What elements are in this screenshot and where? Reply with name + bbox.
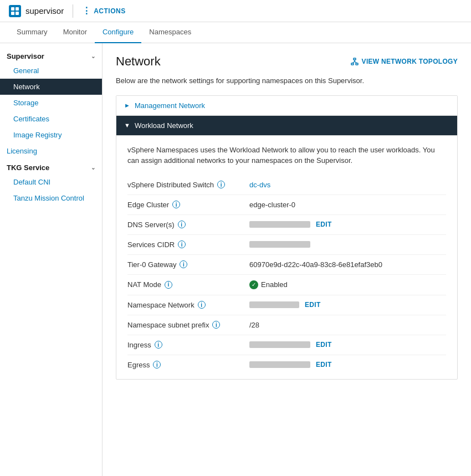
field-row-edge-cluster: Edge Cluster i edge-cluster-0 — [127, 195, 446, 215]
svg-rect-3 — [16, 12, 19, 15]
sidebar-item-storage[interactable]: Storage — [0, 95, 102, 111]
field-label-subnet-prefix: Namespace subnet prefix i — [127, 321, 249, 329]
info-icon-namespace-network[interactable]: i — [198, 301, 206, 309]
logo-svg — [11, 7, 19, 16]
top-bar: supervisor ⋮ ACTIONS — [0, 0, 471, 22]
namespace-network-redacted — [249, 301, 299, 308]
chevron-down-icon-workload: ▼ — [124, 122, 130, 129]
sidebar-item-tanzu-mc[interactable]: Tanzu Mission Control — [0, 190, 102, 206]
field-label-nat-mode: NAT Mode i — [127, 280, 249, 289]
sidebar-item-network[interactable]: Network — [0, 79, 102, 95]
tab-monitor[interactable]: Monitor — [55, 22, 95, 43]
field-label-egress: Egress i — [127, 361, 249, 369]
info-icon-nat-mode[interactable]: i — [165, 281, 172, 289]
info-icon-subnet-prefix[interactable]: i — [212, 321, 220, 329]
sidebar-item-general[interactable]: General — [0, 63, 102, 79]
sidebar-section-supervisor[interactable]: Supervisor ⌄ — [0, 48, 102, 63]
chevron-down-icon-tkg: ⌄ — [91, 165, 95, 171]
svg-rect-0 — [11, 7, 14, 11]
svg-rect-6 — [356, 63, 358, 65]
page-title: Network — [116, 54, 161, 69]
info-icon-edge-cluster[interactable]: i — [172, 201, 180, 208]
topology-icon — [351, 58, 359, 65]
field-row-namespace-network: Namespace Network i EDIT — [127, 295, 446, 315]
workload-network-label: Workload Network — [135, 121, 193, 130]
workload-network-content: vSphere Namespaces uses the Workload Net… — [116, 136, 457, 379]
info-icon-tier0[interactable]: i — [180, 260, 187, 268]
svg-rect-1 — [16, 7, 19, 11]
sidebar-item-certificates[interactable]: Certificates — [0, 111, 102, 127]
field-label-vsphere-ds: vSphere Distributed Switch i — [127, 181, 249, 189]
tab-summary[interactable]: Summary — [9, 22, 55, 43]
field-value-tier0: 60970e9d-d22c-40a9-83c8-6e81efaf3eb0 — [249, 260, 446, 269]
sidebar-item-default-cni[interactable]: Default CNI — [0, 174, 102, 190]
logo-icon — [9, 5, 21, 17]
main-layout: Supervisor ⌄ General Network Storage Cer… — [0, 43, 471, 476]
actions-button[interactable]: ⋮ ACTIONS — [82, 6, 126, 16]
field-value-ingress: EDIT — [249, 341, 446, 349]
info-icon-dns[interactable]: i — [178, 221, 186, 228]
services-cidr-redacted — [249, 241, 310, 248]
actions-label: ACTIONS — [94, 7, 126, 15]
field-value-egress: EDIT — [249, 361, 446, 368]
field-label-edge-cluster: Edge Cluster i — [127, 201, 249, 209]
info-icon-egress[interactable]: i — [153, 361, 161, 368]
namespace-network-edit-button[interactable]: EDIT — [305, 301, 321, 309]
sidebar-item-image-registry[interactable]: Image Registry — [0, 127, 102, 143]
enabled-check-icon: ✓ — [249, 280, 258, 289]
tab-configure[interactable]: Configure — [95, 22, 141, 43]
view-topology-label: VIEW NETWORK TOPOLOGY — [362, 58, 458, 65]
nat-mode-badge: ✓ Enabled — [249, 280, 288, 289]
app-logo: supervisor — [9, 5, 64, 17]
actions-dots-icon: ⋮ — [82, 6, 91, 16]
svg-rect-4 — [354, 58, 356, 60]
svg-rect-5 — [351, 63, 354, 65]
vsphere-ds-link[interactable]: dc-dvs — [249, 181, 270, 189]
sidebar-item-licensing[interactable]: Licensing — [0, 143, 102, 159]
field-value-vsphere-ds: dc-dvs — [249, 181, 446, 189]
field-row-services-cidr: Services CIDR i — [127, 235, 446, 255]
field-row-ingress: Ingress i EDIT — [127, 335, 446, 355]
field-value-dns: EDIT — [249, 221, 446, 228]
management-network-label: Management Network — [135, 101, 205, 110]
sidebar-section-supervisor-label: Supervisor — [7, 52, 44, 60]
field-label-services-cidr: Services CIDR i — [127, 240, 249, 249]
workload-network-header[interactable]: ▼ Workload Network — [116, 116, 457, 136]
network-panel: ► Management Network ▼ Workload Network … — [116, 95, 458, 380]
dns-edit-button[interactable]: EDIT — [316, 221, 332, 228]
field-row-nat-mode: NAT Mode i ✓ Enabled — [127, 275, 446, 295]
workload-description: vSphere Namespaces uses the Workload Net… — [127, 145, 446, 166]
app-name: supervisor — [25, 6, 64, 16]
view-topology-button[interactable]: VIEW NETWORK TOPOLOGY — [351, 58, 458, 65]
info-icon-ingress[interactable]: i — [155, 341, 162, 349]
svg-rect-2 — [11, 12, 14, 15]
sidebar-section-tkg-label: TKG Service — [7, 163, 49, 172]
field-value-edge-cluster: edge-cluster-0 — [249, 201, 446, 209]
field-label-ingress: Ingress i — [127, 341, 249, 349]
field-value-services-cidr — [249, 241, 446, 248]
info-icon-services-cidr[interactable]: i — [178, 240, 186, 248]
info-icon-vsphere-ds[interactable]: i — [217, 181, 225, 188]
field-label-namespace-network: Namespace Network i — [127, 301, 249, 309]
nav-tabs: Summary Monitor Configure Namespaces — [0, 22, 471, 43]
field-label-dns: DNS Server(s) i — [127, 221, 249, 229]
management-network-header[interactable]: ► Management Network — [116, 96, 457, 116]
field-row-dns: DNS Server(s) i EDIT — [127, 215, 446, 235]
dns-redacted — [249, 221, 310, 228]
sidebar: Supervisor ⌄ General Network Storage Cer… — [0, 43, 103, 476]
field-row-egress: Egress i EDIT — [127, 355, 446, 375]
field-value-nat-mode: ✓ Enabled — [249, 280, 446, 289]
tab-namespaces[interactable]: Namespaces — [141, 22, 199, 43]
field-value-namespace-network: EDIT — [249, 301, 446, 309]
ingress-redacted — [249, 341, 310, 348]
field-value-subnet-prefix: /28 — [249, 321, 446, 329]
egress-edit-button[interactable]: EDIT — [316, 361, 332, 368]
page-description: Below are the network settings for suppo… — [116, 75, 458, 86]
content-area: Network VIEW NETWORK TOPOLOGY Below are … — [103, 43, 471, 476]
chevron-down-icon: ⌄ — [91, 53, 95, 59]
ingress-edit-button[interactable]: EDIT — [316, 341, 332, 349]
egress-redacted — [249, 361, 310, 368]
chevron-right-icon: ► — [124, 102, 130, 109]
field-row-vsphere-ds: vSphere Distributed Switch i dc-dvs — [127, 175, 446, 195]
sidebar-section-tkg[interactable]: TKG Service ⌄ — [0, 159, 102, 174]
